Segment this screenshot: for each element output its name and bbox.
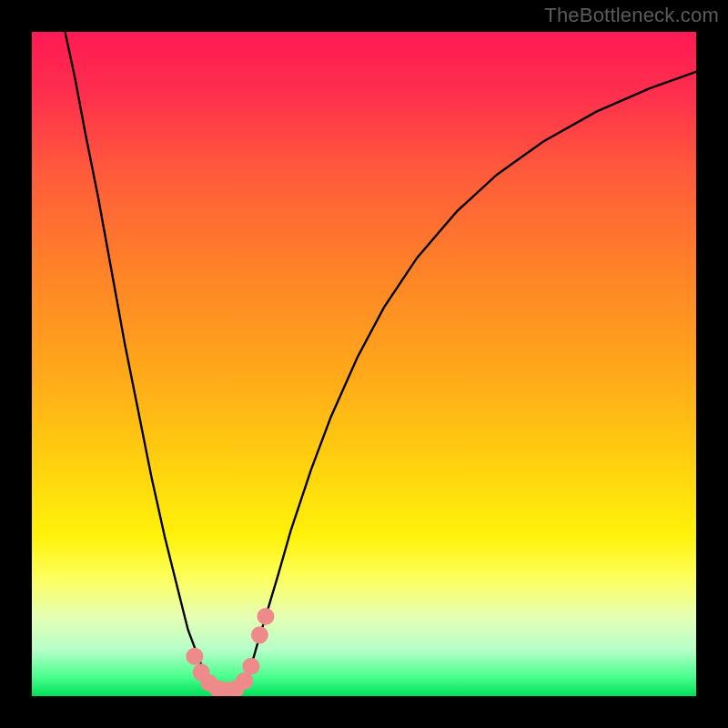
curve-marker (186, 648, 203, 665)
watermark-text: TheBottleneck.com (544, 4, 719, 27)
curve-marker (251, 626, 268, 643)
curve-marker (242, 658, 259, 675)
chart-frame: TheBottleneck.com (0, 0, 728, 728)
curve-marker (257, 608, 274, 625)
chart-svg (32, 32, 696, 696)
bottleneck-curve-chart (32, 32, 696, 696)
chart-background (32, 32, 696, 696)
